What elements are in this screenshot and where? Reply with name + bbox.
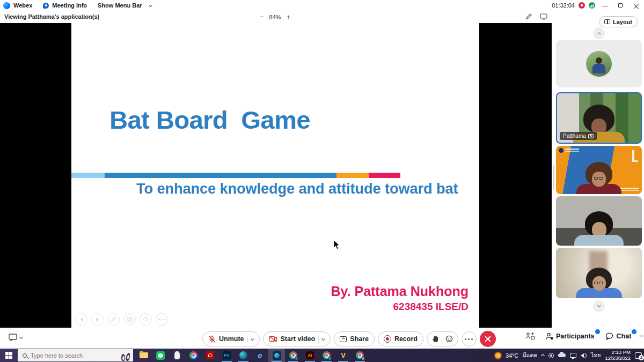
meeting-control-bar: Unmute Start video Share Record [0, 328, 644, 349]
notification-dot [632, 329, 636, 334]
start-video-button[interactable]: Start video [263, 331, 331, 346]
caption-panel-toggle[interactable] [9, 334, 23, 341]
participant-tile[interactable] [556, 248, 642, 298]
participant-tile-avatar[interactable] [556, 40, 642, 87]
search-icon [23, 353, 27, 358]
more-icon [468, 338, 470, 340]
zoom-out-button[interactable]: − [260, 13, 264, 21]
restore-button[interactable] [614, 1, 626, 10]
file-explorer-icon [140, 352, 148, 358]
slide-sorter-button[interactable] [123, 313, 136, 326]
weather-sun-icon[interactable] [495, 352, 501, 359]
taskbar-app-acrobat[interactable] [202, 349, 218, 362]
university-logo-icon [559, 148, 564, 153]
layout-button[interactable]: Layout [599, 16, 638, 27]
minimize-button[interactable]: — [599, 1, 611, 10]
viewing-status: Viewing Patthama's application(s) [4, 13, 99, 20]
avatar [586, 51, 612, 77]
next-slide-button[interactable] [91, 313, 104, 326]
zoom-in-button[interactable]: + [287, 13, 291, 21]
chat-button[interactable]: Chat [605, 333, 632, 340]
pen-tool-button[interactable] [107, 313, 120, 326]
zoom-tool-button[interactable] [140, 313, 152, 326]
slide-student-id: 6238435 ILSE/D [393, 301, 469, 313]
slide-title: Bat Board Game [109, 105, 310, 135]
slide-divider-stripe [71, 173, 400, 178]
weather-temperature[interactable]: 34°C [506, 352, 518, 359]
chevron-down-icon [149, 3, 152, 6]
more-options-button[interactable] [462, 331, 477, 346]
v-app-icon: V [341, 352, 346, 359]
chevron-up-icon [597, 32, 601, 36]
unmute-button[interactable]: Unmute [202, 331, 260, 346]
participants-icon [546, 333, 553, 340]
clock-time: 2:13 PM [605, 350, 631, 356]
taskbar-app-line[interactable] [152, 349, 169, 362]
taskbar-app-photoshop[interactable]: Ps [218, 349, 235, 362]
windows-logo-icon [5, 352, 12, 359]
raise-hand-icon[interactable] [432, 335, 438, 343]
recording-indicator-icon [579, 2, 585, 9]
chevron-down-icon [597, 304, 601, 307]
chevron-down-icon [321, 336, 325, 340]
chrome-icon [289, 351, 297, 359]
search-highlight-penguins-image[interactable] [121, 350, 130, 361]
close-button[interactable] [630, 1, 642, 10]
taskbar-clock[interactable]: 2:13 PM 12/23/2022 [605, 350, 631, 361]
record-icon [384, 335, 391, 343]
taskbar-app-webex[interactable] [268, 349, 285, 362]
taskbar-app-illustrator[interactable]: Ai [302, 349, 318, 362]
participants-button[interactable]: Participants [546, 333, 595, 340]
show-menu-bar-menu[interactable]: Show Menu Bar [98, 2, 152, 9]
taskbar-app-chrome[interactable] [185, 349, 202, 362]
connection-quality-icon [589, 2, 595, 9]
notification-count: 2 [639, 355, 644, 360]
taskbar-search[interactable] [18, 349, 133, 361]
reactions-pill [427, 331, 458, 346]
reactions-smiley-icon[interactable] [445, 335, 453, 343]
mouse-cursor [333, 240, 341, 250]
taskbar-app-chrome-profile-1[interactable] [285, 349, 302, 362]
action-center-icon[interactable]: 2 [635, 352, 642, 359]
annotate-icon[interactable] [525, 13, 532, 20]
taskbar-app-chrome-profile-2[interactable] [318, 349, 335, 362]
leave-meeting-button[interactable] [480, 331, 496, 347]
meeting-info-menu[interactable]: Meeting Info [52, 2, 87, 9]
weather-description[interactable]: มีแดด [523, 351, 537, 360]
breakout-sessions-icon[interactable] [526, 332, 535, 340]
participant-tile[interactable] [556, 196, 642, 246]
taskbar-app-file-explorer[interactable] [135, 349, 152, 362]
volume-icon[interactable] [581, 353, 587, 358]
share-button[interactable]: Share [334, 331, 375, 346]
clock-date: 12/23/2022 [605, 356, 631, 361]
display-share-icon[interactable] [540, 13, 547, 20]
taskbar-app-v[interactable]: V [335, 349, 352, 362]
taskbar-app-white[interactable] [169, 349, 185, 362]
onedrive-icon[interactable] [558, 353, 566, 357]
panel-scrollbar[interactable] [553, 165, 554, 190]
scroll-up-button[interactable] [593, 27, 605, 39]
chrome-icon [189, 351, 197, 359]
taskbar-app-internet-explorer[interactable]: e [252, 349, 268, 362]
edge-icon [239, 351, 247, 359]
layout-icon [604, 19, 610, 24]
participant-tile[interactable] [556, 146, 642, 194]
more-panels-icon[interactable] [642, 335, 643, 336]
start-button[interactable] [0, 349, 17, 362]
tray-record-app-icon[interactable] [548, 353, 554, 358]
sharing-toolbar: Viewing Patthama's application(s) − 84% … [0, 11, 644, 23]
network-icon[interactable] [570, 353, 576, 358]
webex-meeting-window: Webex Meeting Info Show Menu Bar 01:32:0… [0, 0, 644, 362]
share-icon [340, 336, 347, 342]
meeting-timer: 01:32:04 [552, 2, 575, 9]
language-indicator[interactable]: ไทย [591, 351, 601, 360]
search-input[interactable] [31, 352, 100, 359]
more-tools-button[interactable] [156, 313, 168, 326]
tray-expand-icon[interactable] [541, 354, 545, 358]
record-button[interactable]: Record [378, 331, 423, 346]
previous-slide-button[interactable] [75, 313, 87, 326]
participant-tile-active-speaker[interactable]: Patthama [556, 92, 642, 144]
taskbar-app-edge[interactable] [235, 349, 252, 362]
taskbar-app-chrome-profile-3[interactable] [352, 349, 368, 362]
scroll-down-button[interactable] [593, 300, 605, 312]
